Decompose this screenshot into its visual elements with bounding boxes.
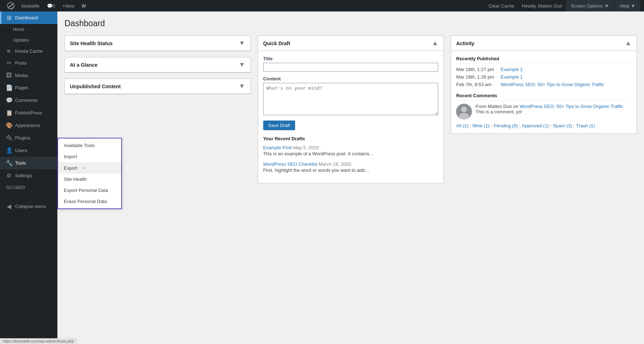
- comments-item[interactable]: 💬 0: [43, 0, 59, 11]
- activity-header[interactable]: Activity ▲: [451, 36, 636, 51]
- wp-logo-item[interactable]: [4, 0, 18, 11]
- submenu-label-erase-personal-data: Erase Personal Data: [64, 199, 107, 204]
- comment-post-link[interactable]: WordPress SEO: 50+ Tips to Grow Organic …: [520, 104, 623, 109]
- sidebar-label-users: Users: [15, 148, 27, 153]
- pub-1-link[interactable]: Example 2: [501, 67, 631, 72]
- comments-pending-link[interactable]: Pending (0): [494, 123, 518, 128]
- submenu-item-export-personal-data[interactable]: Export Personal Data: [58, 185, 121, 196]
- draft-1-link[interactable]: Example Post: [263, 145, 292, 150]
- left-column: Site Health Status ▼ At a Glance ▼ Unpub…: [65, 36, 251, 94]
- collapse-icon: ◀: [6, 203, 12, 210]
- recent-comments-title: Recent Comments: [456, 93, 631, 101]
- sidebar-item-appearance[interactable]: 🎨 Appearance: [0, 119, 57, 132]
- sidebar-item-media[interactable]: 🖼 Media: [0, 69, 57, 81]
- comments-all-link[interactable]: All (1): [456, 123, 468, 128]
- comment-avatar: [456, 104, 472, 119]
- content-textarea[interactable]: [263, 83, 439, 115]
- help-button[interactable]: Help ▼: [615, 0, 640, 11]
- site-name-item[interactable]: kinstalife: [18, 0, 43, 11]
- site-health-status-header[interactable]: Site Health Status ▼: [65, 36, 250, 51]
- quick-draft-body: Title Content Save Draft Your Recent Dra…: [258, 51, 444, 183]
- sidebar-item-dashboard[interactable]: ⊞ Dashboard: [0, 11, 57, 24]
- sidebar-label-updates: Updates: [13, 38, 29, 43]
- site-health-status-panel: Site Health Status ▼: [65, 36, 251, 51]
- at-a-glance-header[interactable]: At a Glance ▼: [65, 57, 250, 72]
- draft-2-link[interactable]: WordPress SEO Checklist: [263, 161, 317, 167]
- status-url: https://kinstalife.com/wp-admin/tools.ph…: [3, 339, 74, 343]
- submenu-item-export[interactable]: Export ←: [58, 162, 121, 174]
- submenu-item-erase-personal-data[interactable]: Erase Personal Data: [58, 196, 121, 207]
- submenu-label-export: Export: [64, 165, 77, 171]
- comments-mine-link[interactable]: Mine (1): [473, 123, 490, 128]
- at-a-glance-panel: At a Glance ▼: [65, 57, 251, 73]
- tools-icon: 🔧: [6, 160, 12, 166]
- help-arrow-icon: ▼: [631, 3, 635, 9]
- activity-panel: Activity ▲ Recently Published Mar 18th, …: [451, 36, 637, 134]
- clear-cache-button[interactable]: Clear Cache: [485, 0, 518, 11]
- settings-icon: ⚙: [6, 172, 12, 179]
- recent-drafts-title: Your Recent Drafts: [263, 136, 439, 141]
- sidebar-item-home[interactable]: Home: [0, 24, 57, 35]
- unpublished-content-panel: Unpublished Content ▼: [65, 79, 251, 94]
- draft-1-date: May 5, 2020: [293, 145, 319, 150]
- sidebar-item-updates[interactable]: Updates: [0, 35, 57, 46]
- sidebar-item-users[interactable]: 👤 Users: [0, 144, 57, 157]
- new-content-item[interactable]: + New: [59, 0, 78, 11]
- wp-icon-item[interactable]: W: [78, 0, 89, 11]
- submenu-label-available-tools: Available Tools: [64, 143, 95, 148]
- sidebar-item-publishpress[interactable]: 📋 PublishPress: [0, 107, 57, 119]
- sidebar-item-collapse[interactable]: ◀ Collapse menu: [0, 200, 57, 213]
- sidebar-label-comments: Comments: [15, 98, 38, 103]
- quick-draft-panel: Quick Draft ▲ Title Content Save Draft Y…: [258, 36, 444, 183]
- pub-2-link[interactable]: Example 1: [501, 74, 631, 80]
- sidebar-item-pages[interactable]: 📄 Pages: [0, 81, 57, 94]
- sidebar-label-plugins: Plugins: [15, 135, 30, 141]
- recently-published-title: Recently Published: [456, 56, 631, 64]
- draft-2-excerpt: First, highlight the word or words you w…: [263, 168, 439, 173]
- posts-icon: ✏: [6, 60, 12, 66]
- sidebar-item-plugins[interactable]: 🔌 Plugins: [0, 132, 57, 144]
- pub-1-date: Mar 18th, 1:27 pm: [456, 67, 499, 72]
- plus-icon: +: [62, 3, 65, 9]
- submenu-item-available-tools[interactable]: Available Tools: [58, 140, 121, 151]
- screen-options-button[interactable]: Screen Options ▼: [566, 0, 614, 11]
- submenu-label-site-health: Site Health: [64, 176, 87, 182]
- publication-item-2: Mar 18th, 1:26 pm Example 1: [456, 74, 631, 80]
- draft-1-excerpt: This is an example of a WordPress post. …: [263, 151, 439, 156]
- sidebar-item-settings[interactable]: ⚙ Settings: [0, 169, 57, 182]
- quick-draft-header[interactable]: Quick Draft ▲: [258, 36, 444, 51]
- unpublished-content-header[interactable]: Unpublished Content ▼: [65, 79, 250, 94]
- pub-3-date: Feb 7th, 8:53 am: [456, 82, 499, 87]
- kinsta-icon: K: [6, 48, 12, 54]
- comments-trash-link[interactable]: Trash (1): [576, 123, 595, 128]
- media-icon: 🖼: [6, 72, 12, 79]
- publication-item-1: Mar 18th, 1:27 pm Example 2: [456, 67, 631, 72]
- sidebar-item-posts[interactable]: ✏ Posts: [0, 57, 57, 69]
- sidebar-item-tools[interactable]: 🔧 Tools: [0, 157, 57, 169]
- right-column: Activity ▲ Recently Published Mar 18th, …: [451, 36, 637, 134]
- title-input[interactable]: [263, 63, 439, 72]
- comments-approved-link[interactable]: Approved (1): [522, 123, 549, 128]
- publication-item-3: Feb 7th, 8:53 am WordPress SEO: 50+ Tips…: [456, 82, 631, 87]
- comments-spam-link[interactable]: Spam (3): [553, 123, 572, 128]
- sidebar-label-appearance: Appearance: [15, 123, 40, 128]
- save-draft-button[interactable]: Save Draft: [263, 121, 295, 130]
- sidebar-item-kinsta-cache[interactable]: K Kinsta Cache: [0, 46, 57, 57]
- draft-1-header: Example Post May 5, 2020: [263, 145, 439, 150]
- status-bar: https://kinstalife.com/wp-admin/tools.ph…: [0, 338, 77, 344]
- pub-3-link[interactable]: WordPress SEO: 50+ Tips to Grow Organic …: [501, 82, 631, 87]
- sidebar-label-posts: Posts: [15, 60, 27, 66]
- howdy-item[interactable]: Howdy, Matteo Duò: [518, 0, 566, 11]
- sidebar-item-comments[interactable]: 💬 Comments: [0, 94, 57, 107]
- sidebar-item-seo[interactable]: SEO SEO: [0, 182, 57, 193]
- sidebar-label-publishpress: PublishPress: [15, 110, 42, 116]
- publishpress-icon: 📋: [6, 109, 12, 116]
- sidebar-label-settings: Settings: [15, 173, 32, 178]
- tools-submenu: Available Tools Import Export ← Site Hea…: [57, 138, 122, 209]
- submenu-item-site-health[interactable]: Site Health: [58, 174, 121, 185]
- submenu-item-import[interactable]: Import: [58, 151, 121, 162]
- submenu-label-import: Import: [64, 154, 77, 159]
- unpublished-content-title: Unpublished Content: [70, 84, 121, 89]
- sep-2: |: [491, 123, 492, 128]
- sidebar-label-home: Home: [13, 27, 24, 32]
